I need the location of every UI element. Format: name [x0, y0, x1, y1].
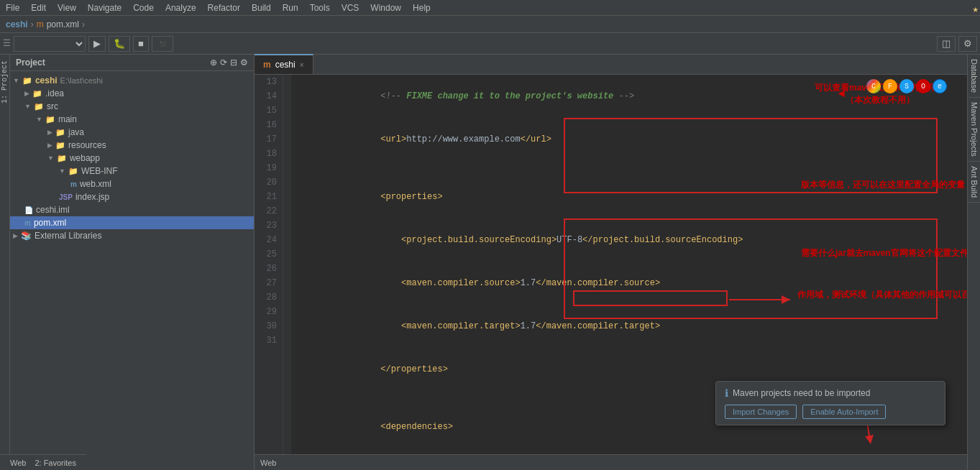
tree-root[interactable]: ▼ 📁 ceshi E:\last\ceshi	[10, 74, 254, 87]
tree-main[interactable]: ▼ 📁 main	[10, 113, 254, 126]
right-tab-database[interactable]: Database	[968, 55, 980, 98]
panel-toolbar-collapse[interactable]: ⊟	[230, 57, 237, 68]
tree-ext-libs-icon: 📚	[21, 231, 32, 241]
project-panel: Project ⊕ ⟳ ⊟ ⚙ ▼ 📁 ceshi E:\last\ceshi …	[10, 55, 255, 470]
gutter-17	[283, 132, 291, 147]
line-num-28: 28	[260, 290, 277, 305]
toolbar-layout-button[interactable]: ◫	[937, 36, 956, 52]
notification-popup: ℹ Maven projects need to be imported Imp…	[715, 381, 945, 425]
tree-resources-label: resources	[68, 140, 106, 150]
menu-code[interactable]: Code	[133, 3, 154, 13]
menu-navigate[interactable]: Navigate	[88, 3, 122, 13]
panel-toolbar-sync[interactable]: ⟳	[220, 57, 227, 68]
bottom-left-bar: Web 2: Favorites	[0, 454, 86, 470]
notification-title-text: Maven projects need to be imported	[733, 388, 870, 398]
line-num-22: 22	[260, 204, 277, 218]
left-tabs: 1: Project	[0, 55, 10, 470]
code-line-15	[298, 161, 961, 175]
gutter-23	[283, 218, 291, 233]
tab-bar: m ceshi ×	[255, 55, 967, 75]
menu-tools[interactable]: Tools	[310, 3, 330, 13]
favorites-tab[interactable]: 2: Favorites	[30, 457, 80, 469]
gutter-18	[283, 147, 291, 161]
line-num-30: 30	[260, 319, 277, 333]
tree-indexjsp[interactable]: JSP index.jsp	[10, 190, 254, 203]
tree-resources-arrow: ▶	[47, 142, 52, 149]
tree-resources[interactable]: ▶ 📁 resources	[10, 139, 254, 152]
line-num-19: 19	[260, 161, 277, 175]
tree-webinf-icon: 📁	[68, 167, 78, 176]
editor-tab-ceshi[interactable]: m ceshi ×	[255, 54, 313, 74]
tab-project-label[interactable]: 1: Project	[0, 57, 10, 106]
line-num-29: 29	[260, 305, 277, 319]
tree-root-folder-icon: 📁	[22, 76, 32, 86]
toolbar-coverage-button[interactable]: ■	[133, 36, 149, 52]
toolbar: ☰ ▶ 🐛 ■ ◾ ◫ ⚙	[0, 33, 980, 55]
menu-analyze[interactable]: Analyze	[165, 3, 196, 13]
bottom-tab-web[interactable]: Web	[260, 459, 276, 467]
menu-vcs[interactable]: VCS	[342, 3, 360, 13]
tree-webinf-label: WEB-INF	[81, 166, 118, 176]
panel-toolbar-add[interactable]: ⊕	[210, 57, 217, 68]
code-line-23: <dependency>	[298, 448, 961, 454]
bookmark-icon[interactable]: ★	[973, 3, 979, 15]
toolbar-settings-button[interactable]: ⚙	[958, 36, 977, 52]
toolbar-run-config-select[interactable]	[14, 36, 86, 52]
title-project: ceshi	[6, 19, 28, 29]
right-tab-ant[interactable]: Ant Build	[968, 162, 980, 203]
tree-java[interactable]: ▶ 📁 java	[10, 126, 254, 139]
toolbar-stop-button[interactable]: ◾	[152, 36, 173, 52]
web-tab[interactable]: Web	[6, 457, 30, 469]
line-numbers: 13 14 15 16 17 18 19 20 21 22 23 24 25 2…	[255, 75, 283, 454]
menu-run[interactable]: Run	[283, 3, 298, 13]
tree-pomxml-icon: m	[24, 219, 31, 227]
menu-window[interactable]: Window	[370, 3, 401, 13]
main-layout: 1: Project Project ⊕ ⟳ ⊟ ⚙ ▼ 📁 ceshi E:\…	[0, 55, 980, 470]
menu-file[interactable]: File	[6, 3, 19, 13]
enable-auto-import-button[interactable]: Enable Auto-Import	[802, 405, 886, 419]
gutter-21	[283, 190, 291, 204]
title-bar: ceshi › m pom.xml ›	[0, 16, 980, 33]
line-num-24: 24	[260, 233, 277, 247]
tree-webapp[interactable]: ▼ 📁 webapp	[10, 152, 254, 165]
title-sep2: ›	[82, 19, 85, 29]
code-line-19: <maven.compiler.target>1.7</maven.compil…	[298, 305, 961, 348]
toolbar-run-button[interactable]: ▶	[88, 36, 106, 52]
menu-view[interactable]: View	[58, 3, 76, 13]
gutter-19	[283, 161, 291, 175]
tree-pomxml[interactable]: m pom.xml	[10, 216, 254, 229]
tree-webxml[interactable]: m web.xml	[10, 178, 254, 190]
tree-src-icon: 📁	[34, 102, 44, 111]
notification-buttons: Import Changes Enable Auto-Import	[725, 405, 936, 419]
gutter-31	[283, 333, 291, 348]
menu-refactor[interactable]: Refactor	[208, 3, 240, 13]
tree-src[interactable]: ▼ 📁 src	[10, 100, 254, 113]
tree-ext-libs-label: External Libraries	[35, 231, 101, 241]
toolbar-debug-button[interactable]: 🐛	[109, 36, 130, 52]
editor-area: m ceshi × 13 14 15 16 17 18 19 20 21	[255, 55, 967, 470]
line-num-17: 17	[260, 132, 277, 147]
menu-build[interactable]: Build	[252, 3, 271, 13]
menu-help[interactable]: Help	[413, 3, 431, 13]
gutter-14	[283, 89, 291, 103]
tab-close-button[interactable]: ×	[300, 61, 304, 69]
line-num-27: 27	[260, 276, 277, 290]
tab-icon: m	[263, 60, 271, 70]
tree-ext-libs[interactable]: ▶ 📚 External Libraries	[10, 229, 254, 242]
tree-idea-arrow: ▶	[24, 90, 29, 97]
menu-edit[interactable]: Edit	[31, 3, 46, 13]
tree-webinf[interactable]: ▼ 📁 WEB-INF	[10, 165, 254, 178]
gutter-26	[283, 262, 291, 276]
tree-idea[interactable]: ▶ 📁 .idea	[10, 87, 254, 100]
code-line-16: <properties>	[298, 175, 961, 218]
right-tab-maven[interactable]: Maven Projects	[968, 98, 980, 162]
tree-resources-icon: 📁	[55, 141, 65, 150]
import-changes-button[interactable]: Import Changes	[725, 405, 797, 419]
tree-ceshiiml[interactable]: 📄 ceshi.iml	[10, 203, 254, 216]
title-file-name: pom.xml	[47, 19, 79, 29]
tree-idea-label: .idea	[45, 88, 64, 98]
gutter-29	[283, 305, 291, 319]
notification-title-row: ℹ Maven projects need to be imported	[725, 387, 936, 399]
panel-toolbar-settings[interactable]: ⚙	[240, 57, 248, 68]
tree-webxml-label: web.xml	[80, 179, 111, 189]
